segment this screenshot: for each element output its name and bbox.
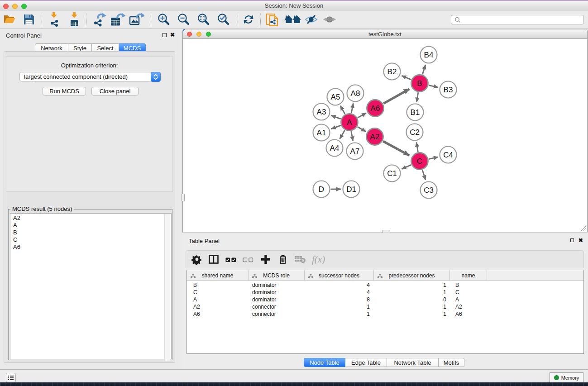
svg-text:B1: B1 — [411, 108, 420, 117]
svg-text:C: C — [417, 157, 422, 166]
svg-text:B3: B3 — [444, 86, 453, 94]
svg-text:C1: C1 — [387, 169, 397, 178]
svg-text:B4: B4 — [424, 51, 434, 59]
svg-text:A2: A2 — [370, 133, 380, 141]
svg-text:B2: B2 — [387, 67, 397, 76]
svg-text:D1: D1 — [346, 185, 356, 194]
svg-text:C3: C3 — [424, 186, 434, 195]
svg-text:A5: A5 — [331, 93, 340, 101]
svg-text:C2: C2 — [410, 128, 420, 137]
svg-text:A: A — [347, 118, 352, 127]
svg-text:D: D — [319, 185, 324, 194]
svg-text:A1: A1 — [317, 129, 326, 137]
svg-text:A7: A7 — [350, 147, 360, 156]
svg-text:B: B — [417, 79, 422, 88]
svg-text:A8: A8 — [351, 89, 360, 98]
svg-text:A6: A6 — [371, 104, 380, 113]
svg-text:C4: C4 — [443, 151, 453, 159]
svg-text:A3: A3 — [317, 108, 326, 116]
svg-text:A4: A4 — [330, 144, 339, 152]
